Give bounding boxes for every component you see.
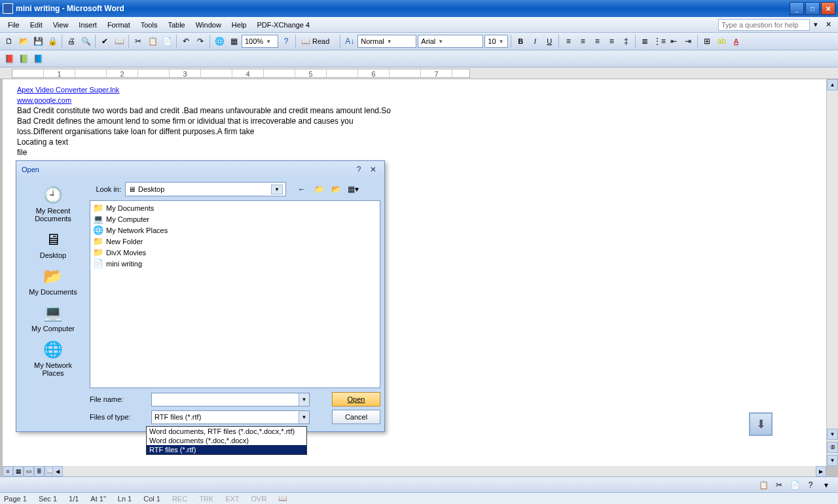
open-icon[interactable]: 📂 [17,35,30,48]
filename-input[interactable]: ▼ [151,393,310,406]
list-item[interactable]: 📄mini writing [92,258,378,269]
horizontal-scrollbar[interactable]: ◀ ▶ [52,466,826,477]
underline-icon[interactable]: U [543,35,556,48]
pdf-icon-3[interactable]: 📘 [31,52,45,65]
undo-icon[interactable]: ↶ [179,35,192,48]
place-mydocs[interactable]: 📂My Documents [24,266,82,296]
cancel-button[interactable]: Cancel [332,410,380,424]
print-icon[interactable]: 🖨 [65,35,78,48]
help-search-input[interactable] [718,19,810,31]
minimize-button[interactable]: _ [790,2,804,15]
hyperlink-icon[interactable]: 🌐 [213,35,226,48]
style-combo[interactable]: Normal▼ [357,35,416,48]
menu-tools[interactable]: Tools [136,19,163,31]
menubar-dropdown-icon[interactable]: ▾ [810,20,822,29]
list-item[interactable]: 📁New Folder [92,236,378,247]
file-list[interactable]: 📁My Documents 💻My Computer 🌐My Network P… [90,200,380,388]
menu-window[interactable]: Window [191,19,227,31]
tables-icon[interactable]: ▦ [227,35,240,48]
list-item[interactable]: 💻My Computer [92,213,378,225]
styles-icon[interactable]: A↓ [343,35,356,48]
link-apex[interactable]: Apex Video Converter Super.lnk [17,86,119,94]
spellcheck-icon[interactable]: ✔ [98,35,111,48]
link-google[interactable]: www.google.com [17,96,71,104]
menu-table[interactable]: Table [162,19,190,31]
menu-file[interactable]: File [3,19,25,31]
new-icon[interactable]: 🗋 [3,35,16,48]
permission-icon[interactable]: 🔒 [46,35,59,48]
status-rec[interactable]: REC [172,495,187,503]
up-level-icon[interactable]: 📁 [312,183,325,196]
filetype-option[interactable]: Word documents (*.doc,*.docx) [147,436,306,445]
chevron-down-icon[interactable]: ▼ [271,185,283,194]
filetype-option[interactable]: Word documents, RTF files (*.doc,*.docx,… [147,427,306,436]
align-center-icon[interactable]: ≡ [576,35,589,48]
highlight-icon[interactable]: ab [715,35,728,48]
list-item[interactable]: 📁My Documents [92,202,378,213]
save-icon[interactable]: 💾 [31,35,45,48]
dialog-help-icon[interactable]: ? [353,164,365,175]
list-item[interactable]: 🌐My Network Places [92,225,378,236]
filetype-dropdown[interactable]: Word documents, RTF files (*.doc,*.docx,… [146,426,307,455]
scroll-down-icon[interactable]: ▼ [827,429,838,440]
scroll-up-icon[interactable]: ▲ [827,79,838,90]
book-icon[interactable]: 📖 [278,494,287,503]
menu-edit[interactable]: Edit [25,19,48,31]
bullet-list-icon[interactable]: ⋮≡ [653,35,666,48]
outdent-icon[interactable]: ⇤ [667,35,680,48]
help-icon[interactable]: ? [280,35,293,48]
indent-icon[interactable]: ⇥ [682,35,695,48]
lookin-combo[interactable]: 🖥 Desktop ▼ [125,182,286,196]
align-left-icon[interactable]: ≡ [562,35,575,48]
align-right-icon[interactable]: ≡ [591,35,604,48]
print-view-icon[interactable]: ▭ [24,466,34,477]
normal-view-icon[interactable]: ≡ [3,466,13,477]
italic-icon[interactable]: I [528,35,541,48]
line-spacing-icon[interactable]: ‡ [619,35,632,48]
place-recent[interactable]: 🕘My Recent Documents [24,185,82,223]
fontsize-combo[interactable]: 10▼ [484,35,508,48]
close-button[interactable]: ✕ [821,2,835,15]
print-preview-icon[interactable]: 🔍 [79,35,92,48]
font-combo[interactable]: Arial▼ [418,35,483,48]
read-button[interactable]: 📖Read [299,37,332,46]
status-ext[interactable]: EXT [225,495,239,503]
place-mycomputer[interactable]: 💻My Computer [24,302,82,333]
copy-icon[interactable]: 📋 [146,35,159,48]
open-button[interactable]: Open [332,392,380,406]
scroll-left-icon[interactable]: ◀ [52,466,63,477]
status-trk[interactable]: TRK [199,495,213,503]
chevron-down-icon[interactable]: ▼ [299,411,309,423]
menu-view[interactable]: View [48,19,74,31]
pdf-icon-2[interactable]: 📗 [17,52,30,65]
menu-insert[interactable]: Insert [73,19,102,31]
redo-icon[interactable]: ↷ [194,35,207,48]
bold-icon[interactable]: B [514,35,527,48]
copy-icon[interactable]: 📋 [757,478,770,492]
cut-icon[interactable]: ✂ [773,478,786,492]
web-view-icon[interactable]: ▦ [13,466,24,477]
outline-view-icon[interactable]: ≣ [34,466,45,477]
pdf-icon-1[interactable]: 📕 [3,52,16,65]
back-icon[interactable]: ← [295,183,308,196]
vertical-scrollbar[interactable]: ▲ ▼ ⦿ ▼ [827,79,838,466]
menu-help[interactable]: Help [227,19,252,31]
filetype-option-selected[interactable]: RTF files (*.rtf) [147,445,306,454]
floating-nav-icon[interactable]: ⬇ [749,412,773,436]
font-color-icon[interactable]: A [729,35,742,48]
place-desktop[interactable]: 🖥Desktop [24,229,82,259]
zoom-combo[interactable]: 100%▼ [242,35,278,48]
align-justify-icon[interactable]: ≡ [605,35,618,48]
new-folder-icon[interactable]: 📂 [329,183,342,196]
paste-icon[interactable]: 📄 [788,478,801,492]
dialog-close-icon[interactable]: ✕ [367,164,379,175]
numbered-list-icon[interactable]: ≣ [638,35,651,48]
list-item[interactable]: 📁DivX Movies [92,247,378,258]
next-page-icon[interactable]: ▼ [827,455,838,466]
borders-icon[interactable]: ⊞ [701,35,714,48]
options-icon[interactable]: ▾ [820,478,833,492]
research-icon[interactable]: 📖 [113,35,126,48]
menu-pdf-xchange[interactable]: PDF-XChange 4 [251,19,315,31]
status-ovr[interactable]: OVR [251,495,267,503]
place-network[interactable]: 🌐My Network Places [24,339,82,377]
